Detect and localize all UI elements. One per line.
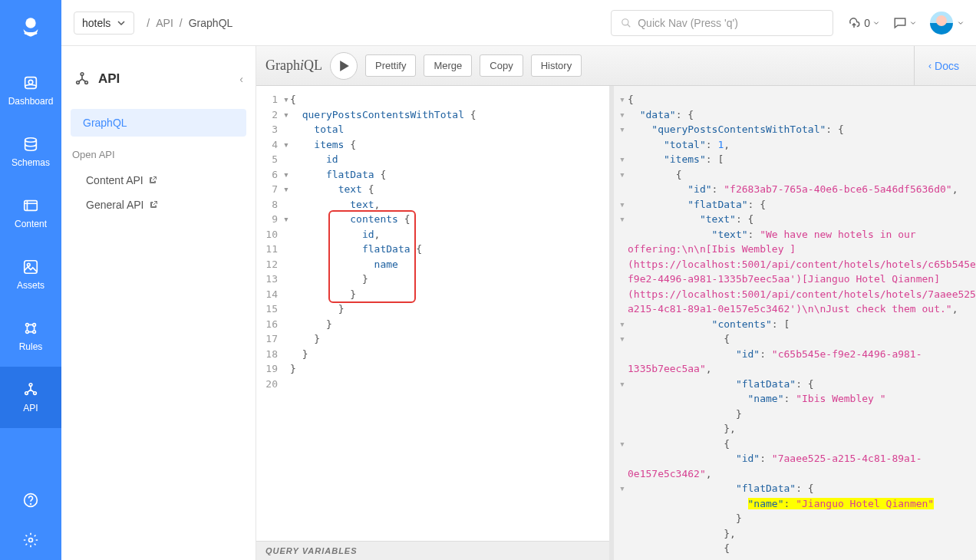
- svg-point-11: [33, 324, 36, 327]
- query-line[interactable]: 17 }: [256, 331, 609, 347]
- query-editor[interactable]: 1▾{2▾ queryPostsContentsWithTotal {3 tot…: [256, 86, 609, 560]
- query-line[interactable]: 14 }: [256, 287, 609, 302]
- chevron-down-icon: [873, 20, 879, 26]
- merge-button[interactable]: Merge: [424, 54, 472, 77]
- query-line[interactable]: 13 }: [256, 272, 609, 287]
- svg-point-13: [33, 331, 36, 334]
- svg-point-1: [25, 32, 27, 35]
- result-line: ▾ {: [618, 436, 971, 452]
- query-line[interactable]: 5 id: [256, 152, 609, 167]
- settings-icon[interactable]: [23, 532, 38, 548]
- query-line[interactable]: 19 }: [256, 361, 609, 377]
- query-line[interactable]: 10 id,: [256, 227, 609, 242]
- svg-point-20: [622, 18, 628, 25]
- query-line[interactable]: 4▾ items {: [256, 137, 609, 153]
- result-line: ▾ "items": [: [618, 152, 971, 167]
- graphiql-title: GraphiQL: [265, 58, 322, 74]
- result-line: },: [618, 526, 971, 542]
- side-link-graphql[interactable]: GraphQL: [71, 109, 246, 137]
- svg-rect-7: [25, 201, 38, 211]
- query-line[interactable]: 18 }: [256, 347, 609, 362]
- api-icon: [74, 71, 91, 87]
- result-line: "name": "Jianguo Hotel Qianmen": [618, 496, 971, 512]
- result-line: ▾{: [618, 92, 971, 107]
- prettify-button[interactable]: Prettify: [365, 54, 416, 77]
- result-line: "id": "7aaee525-a215-4c81-89a1-: [618, 451, 971, 466]
- app-logo[interactable]: [18, 14, 43, 38]
- app-selector[interactable]: hotels: [74, 12, 134, 35]
- nav-assets[interactable]: Assets: [0, 244, 61, 305]
- chevron-down-icon: [117, 18, 126, 28]
- result-line: (https://localhost:5001/api/content/hote…: [618, 287, 971, 302]
- nav-content[interactable]: Content: [0, 183, 61, 244]
- svg-point-2: [29, 34, 31, 36]
- history-button[interactable]: History: [531, 54, 582, 77]
- nav-rules[interactable]: Rules: [0, 305, 61, 367]
- result-line: (https://localhost:5001/api/content/hote…: [618, 257, 971, 272]
- play-icon: [339, 61, 350, 71]
- query-line[interactable]: 9▾ contents {: [256, 212, 609, 227]
- query-line[interactable]: 12 name: [256, 257, 609, 272]
- result-line: ▾ "flatData": {: [618, 481, 971, 496]
- graphiql-panel: GraphiQL Prettify Merge Copy History ‹ D…: [256, 46, 976, 560]
- side-link-content-api[interactable]: Content API: [71, 168, 246, 193]
- query-line[interactable]: 6▾ flatData {: [256, 167, 609, 183]
- result-line: "text": "We have new hotels in our: [618, 227, 971, 242]
- svg-point-21: [81, 73, 84, 76]
- result-viewer[interactable]: ▾{▾ "data": {▾ "queryPostsContentsWithTo…: [609, 86, 976, 560]
- crumb-graphql: GraphQL: [189, 17, 233, 29]
- nav-icon: [22, 381, 39, 398]
- chevron-down-icon: [910, 20, 916, 26]
- chevron-down-icon: [958, 20, 964, 26]
- query-line[interactable]: 1▾{: [256, 92, 609, 107]
- result-line: 0e157e5c3462",: [618, 466, 971, 482]
- result-line: {: [618, 541, 971, 556]
- result-line: ▾ "data": {: [618, 107, 971, 123]
- query-line[interactable]: 8 text,: [256, 197, 609, 212]
- result-line: "total": 1,: [618, 137, 971, 153]
- query-line[interactable]: 16 }: [256, 317, 609, 332]
- nav-icon: [22, 74, 39, 91]
- svg-point-0: [25, 18, 35, 28]
- quick-nav-input[interactable]: Quick Nav (Press 'q'): [611, 10, 833, 36]
- copy-button[interactable]: Copy: [480, 54, 523, 77]
- result-line: "name": "Ibis Wembley ": [618, 391, 971, 407]
- result-line: }: [618, 511, 971, 526]
- svg-point-12: [26, 331, 29, 334]
- nav-icon: [22, 259, 39, 275]
- query-line[interactable]: 3 total: [256, 122, 609, 137]
- side-link-general-api[interactable]: General API: [71, 193, 246, 217]
- execute-button[interactable]: [330, 52, 358, 80]
- side-title: API: [98, 71, 120, 87]
- query-line[interactable]: 15 }: [256, 301, 609, 317]
- help-icon[interactable]: [23, 492, 38, 508]
- query-line[interactable]: 7▾ text {: [256, 182, 609, 197]
- graphiql-toolbar: GraphiQL Prettify Merge Copy History ‹ D…: [256, 46, 976, 86]
- external-link-icon: [148, 176, 157, 185]
- breadcrumb: /API /GraphQL: [147, 17, 232, 29]
- result-line: a215-4c81-89a1-0e157e5c3462')\n\nJust ch…: [618, 301, 971, 317]
- cloud-upload-icon: [847, 16, 861, 30]
- nav-api[interactable]: API: [0, 367, 61, 428]
- nav-icon: [22, 320, 39, 337]
- result-line: ▾ "queryPostsContentsWithTotal": {: [618, 122, 971, 137]
- svg-point-3: [35, 32, 37, 35]
- query-line[interactable]: 20: [256, 377, 609, 392]
- query-line[interactable]: 2▾ queryPostsContentsWithTotal {: [256, 107, 609, 123]
- nav-schemas[interactable]: Schemas: [0, 121, 61, 183]
- result-line: },: [618, 421, 971, 436]
- crumb-api[interactable]: API: [156, 17, 173, 29]
- top-bar: hotels /API /GraphQL Quick Nav (Press 'q…: [61, 0, 976, 46]
- query-line[interactable]: 11 flatData {: [256, 242, 609, 257]
- query-variables-bar[interactable]: QUERY VARIABLES: [256, 541, 609, 560]
- result-line: ▾ {: [618, 331, 971, 347]
- user-menu[interactable]: [930, 12, 964, 35]
- svg-point-6: [25, 138, 37, 143]
- nav-dashboard[interactable]: Dashboard: [0, 60, 61, 121]
- messages-button[interactable]: [893, 16, 916, 30]
- docs-toggle[interactable]: ‹ Docs: [914, 46, 967, 85]
- sync-indicator[interactable]: 0: [847, 16, 879, 30]
- collapse-panel-button[interactable]: ‹: [239, 73, 243, 85]
- svg-point-10: [26, 324, 29, 327]
- result-line: "id": "c65b545e-f9e2-4496-a981-: [618, 347, 971, 362]
